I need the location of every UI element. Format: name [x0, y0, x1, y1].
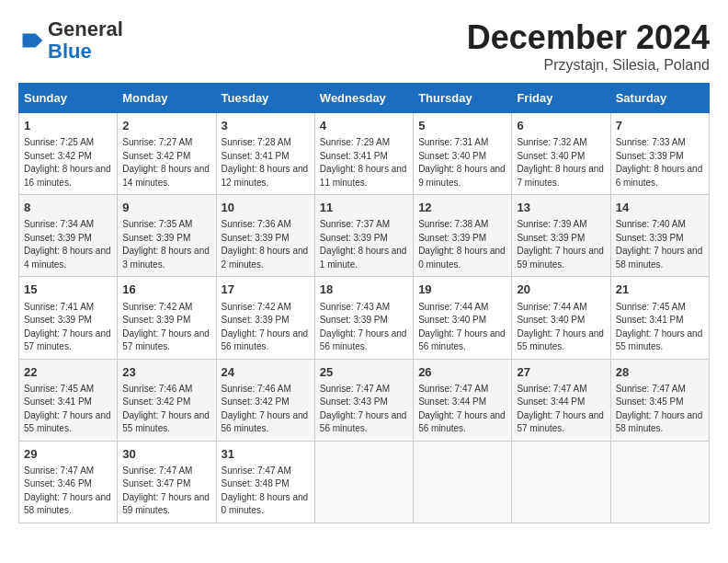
calendar-cell: 8Sunrise: 7:34 AMSunset: 3:39 PMDaylight… — [19, 195, 118, 277]
header-cell-tuesday: Tuesday — [216, 84, 314, 113]
day-info: Sunrise: 7:40 AMSunset: 3:39 PMDaylight:… — [616, 218, 704, 271]
day-info: Sunrise: 7:29 AMSunset: 3:41 PMDaylight:… — [320, 136, 408, 190]
calendar-cell: 23Sunrise: 7:46 AMSunset: 3:42 PMDayligh… — [118, 359, 216, 441]
day-number: 8 — [24, 200, 112, 216]
day-info: Sunrise: 7:35 AMSunset: 3:39 PMDaylight:… — [122, 218, 210, 271]
calendar-cell: 2Sunrise: 7:27 AMSunset: 3:42 PMDaylight… — [118, 113, 216, 195]
day-number: 10 — [222, 200, 310, 216]
calendar-week-5: 29Sunrise: 7:47 AMSunset: 3:46 PMDayligh… — [19, 441, 710, 523]
day-number: 31 — [222, 446, 310, 463]
day-number: 24 — [222, 364, 310, 381]
location-subtitle: Przystajn, Silesia, Poland — [467, 57, 710, 74]
header-row: SundayMondayTuesdayWednesdayThursdayFrid… — [19, 84, 710, 113]
day-info: Sunrise: 7:31 AMSunset: 3:40 PMDaylight:… — [418, 136, 506, 190]
day-number: 3 — [222, 118, 310, 134]
day-info: Sunrise: 7:47 AMSunset: 3:46 PMDaylight:… — [24, 465, 112, 518]
calendar-cell: 17Sunrise: 7:42 AMSunset: 3:39 PMDayligh… — [216, 277, 314, 359]
calendar-cell: 1Sunrise: 7:25 AMSunset: 3:42 PMDaylight… — [19, 113, 118, 195]
calendar-cell: 16Sunrise: 7:42 AMSunset: 3:39 PMDayligh… — [118, 277, 216, 359]
calendar-cell: 12Sunrise: 7:38 AMSunset: 3:39 PMDayligh… — [414, 195, 512, 277]
day-info: Sunrise: 7:45 AMSunset: 3:41 PMDaylight:… — [616, 301, 704, 354]
day-number: 17 — [222, 282, 310, 298]
page-header: General Blue December 2024 Przystajn, Si… — [18, 18, 710, 74]
calendar-cell: 25Sunrise: 7:47 AMSunset: 3:43 PMDayligh… — [314, 359, 413, 441]
calendar-cell: 15Sunrise: 7:41 AMSunset: 3:39 PMDayligh… — [19, 277, 118, 359]
day-info: Sunrise: 7:47 AMSunset: 3:48 PMDaylight:… — [222, 465, 310, 518]
day-info: Sunrise: 7:41 AMSunset: 3:39 PMDaylight:… — [24, 301, 112, 354]
day-number: 18 — [320, 282, 408, 298]
day-info: Sunrise: 7:47 AMSunset: 3:43 PMDaylight:… — [320, 383, 408, 436]
calendar-cell: 7Sunrise: 7:33 AMSunset: 3:39 PMDaylight… — [610, 113, 709, 195]
title-block: December 2024 Przystajn, Silesia, Poland — [467, 18, 710, 74]
calendar-cell: 6Sunrise: 7:32 AMSunset: 3:40 PMDaylight… — [512, 113, 610, 195]
day-number: 22 — [24, 364, 112, 381]
day-info: Sunrise: 7:25 AMSunset: 3:42 PMDaylight:… — [24, 136, 112, 190]
calendar-cell: 4Sunrise: 7:29 AMSunset: 3:41 PMDaylight… — [314, 113, 413, 195]
day-info: Sunrise: 7:45 AMSunset: 3:41 PMDaylight:… — [24, 383, 112, 436]
day-number: 9 — [122, 200, 210, 216]
day-info: Sunrise: 7:39 AMSunset: 3:39 PMDaylight:… — [517, 218, 605, 271]
day-number: 5 — [418, 118, 506, 134]
day-info: Sunrise: 7:47 AMSunset: 3:44 PMDaylight:… — [517, 383, 605, 436]
day-info: Sunrise: 7:38 AMSunset: 3:39 PMDaylight:… — [418, 218, 506, 271]
day-number: 12 — [418, 200, 506, 216]
calendar-cell: 28Sunrise: 7:47 AMSunset: 3:45 PMDayligh… — [610, 359, 709, 441]
day-number: 28 — [616, 364, 704, 381]
header-cell-saturday: Saturday — [610, 84, 709, 113]
day-info: Sunrise: 7:46 AMSunset: 3:42 PMDaylight:… — [222, 383, 310, 436]
day-number: 27 — [517, 364, 605, 381]
day-info: Sunrise: 7:33 AMSunset: 3:39 PMDaylight:… — [616, 136, 704, 190]
day-info: Sunrise: 7:28 AMSunset: 3:41 PMDaylight:… — [222, 136, 310, 190]
calendar-cell: 14Sunrise: 7:40 AMSunset: 3:39 PMDayligh… — [610, 195, 709, 277]
calendar-cell: 13Sunrise: 7:39 AMSunset: 3:39 PMDayligh… — [512, 195, 610, 277]
calendar-cell: 24Sunrise: 7:46 AMSunset: 3:42 PMDayligh… — [216, 359, 314, 441]
calendar-cell: 19Sunrise: 7:44 AMSunset: 3:40 PMDayligh… — [414, 277, 512, 359]
day-number: 30 — [122, 446, 210, 463]
day-info: Sunrise: 7:43 AMSunset: 3:39 PMDaylight:… — [320, 301, 408, 354]
day-number: 6 — [517, 118, 605, 134]
calendar-cell: 29Sunrise: 7:47 AMSunset: 3:46 PMDayligh… — [19, 441, 118, 523]
calendar-header: SundayMondayTuesdayWednesdayThursdayFrid… — [19, 84, 710, 113]
calendar-cell: 18Sunrise: 7:43 AMSunset: 3:39 PMDayligh… — [314, 277, 413, 359]
calendar-cell: 31Sunrise: 7:47 AMSunset: 3:48 PMDayligh… — [216, 441, 314, 523]
calendar-week-2: 8Sunrise: 7:34 AMSunset: 3:39 PMDaylight… — [19, 195, 710, 277]
day-info: Sunrise: 7:32 AMSunset: 3:40 PMDaylight:… — [517, 136, 605, 190]
calendar-cell: 30Sunrise: 7:47 AMSunset: 3:47 PMDayligh… — [118, 441, 216, 523]
day-number: 14 — [616, 200, 704, 216]
day-info: Sunrise: 7:27 AMSunset: 3:42 PMDaylight:… — [122, 136, 210, 190]
header-cell-thursday: Thursday — [414, 84, 512, 113]
calendar-cell — [610, 441, 709, 523]
header-cell-sunday: Sunday — [19, 84, 118, 113]
day-number: 4 — [320, 118, 408, 134]
calendar-week-1: 1Sunrise: 7:25 AMSunset: 3:42 PMDaylight… — [19, 113, 710, 195]
calendar-body: 1Sunrise: 7:25 AMSunset: 3:42 PMDaylight… — [19, 113, 710, 523]
day-number: 21 — [616, 282, 704, 298]
logo: General Blue — [18, 18, 123, 63]
month-title: December 2024 — [467, 18, 710, 57]
day-number: 16 — [122, 282, 210, 298]
calendar-cell: 22Sunrise: 7:45 AMSunset: 3:41 PMDayligh… — [19, 359, 118, 441]
calendar-cell: 10Sunrise: 7:36 AMSunset: 3:39 PMDayligh… — [216, 195, 314, 277]
calendar-cell — [314, 441, 413, 523]
calendar-cell: 26Sunrise: 7:47 AMSunset: 3:44 PMDayligh… — [414, 359, 512, 441]
calendar-cell: 5Sunrise: 7:31 AMSunset: 3:40 PMDaylight… — [414, 113, 512, 195]
calendar-cell — [512, 441, 610, 523]
day-info: Sunrise: 7:36 AMSunset: 3:39 PMDaylight:… — [222, 218, 310, 271]
day-info: Sunrise: 7:44 AMSunset: 3:40 PMDaylight:… — [517, 301, 605, 354]
calendar-cell: 3Sunrise: 7:28 AMSunset: 3:41 PMDaylight… — [216, 113, 314, 195]
header-cell-monday: Monday — [118, 84, 216, 113]
calendar-cell: 27Sunrise: 7:47 AMSunset: 3:44 PMDayligh… — [512, 359, 610, 441]
calendar-cell — [414, 441, 512, 523]
day-info: Sunrise: 7:47 AMSunset: 3:47 PMDaylight:… — [122, 465, 210, 518]
calendar-week-3: 15Sunrise: 7:41 AMSunset: 3:39 PMDayligh… — [19, 277, 710, 359]
header-cell-wednesday: Wednesday — [314, 84, 413, 113]
header-cell-friday: Friday — [512, 84, 610, 113]
calendar-cell: 11Sunrise: 7:37 AMSunset: 3:39 PMDayligh… — [314, 195, 413, 277]
day-number: 29 — [24, 446, 112, 463]
day-info: Sunrise: 7:34 AMSunset: 3:39 PMDaylight:… — [24, 218, 112, 271]
day-number: 26 — [418, 364, 506, 381]
calendar-cell: 20Sunrise: 7:44 AMSunset: 3:40 PMDayligh… — [512, 277, 610, 359]
day-number: 1 — [24, 118, 112, 134]
calendar-table: SundayMondayTuesdayWednesdayThursdayFrid… — [18, 83, 710, 523]
day-info: Sunrise: 7:47 AMSunset: 3:45 PMDaylight:… — [616, 383, 704, 436]
